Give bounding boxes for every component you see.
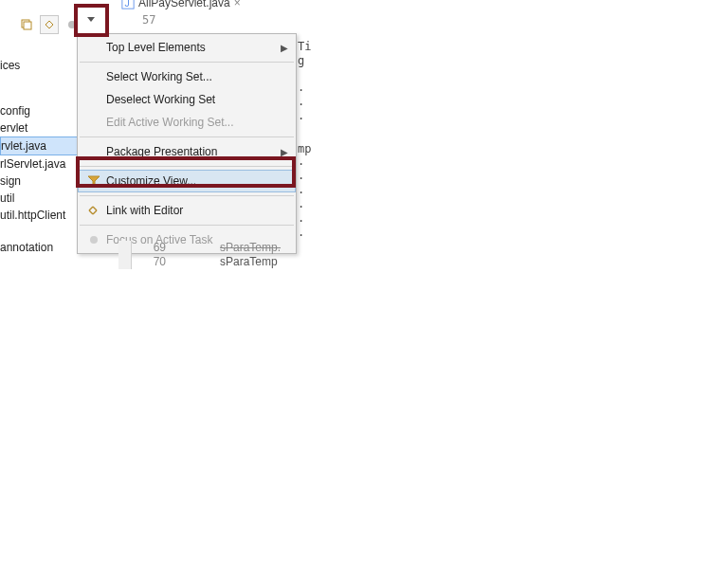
code-peek: g: [298, 54, 304, 67]
code-peek: .: [298, 169, 304, 182]
menu-deselect-working-set[interactable]: Deselect Working Set: [78, 88, 296, 111]
menu-item-label: Customize View...: [106, 174, 286, 188]
menu-separator: [80, 62, 294, 63]
chevron-right-icon: ▶: [281, 147, 288, 157]
view-menu-button[interactable]: [87, 17, 95, 22]
menu-item-label: Link with Editor: [106, 204, 286, 217]
menu-select-working-set[interactable]: Select Working Set...: [78, 65, 296, 88]
code-peek: .: [298, 183, 304, 196]
code-peek: .: [298, 226, 304, 239]
code-peek: mp: [298, 142, 311, 155]
code-peek: Ti: [298, 40, 311, 53]
svg-rect-3: [24, 22, 31, 29]
code-fragment: sParaTemp. sParaTemp: [220, 241, 281, 269]
menu-customize-view[interactable]: Customize View...: [78, 170, 296, 192]
svg-point-5: [90, 236, 98, 244]
view-toolbar: [17, 15, 82, 34]
editor-tab-label: AliPayServlet.java: [138, 0, 230, 9]
link-icon: [86, 203, 101, 218]
editor-tab[interactable]: J AliPayServlet.java ×: [116, 0, 246, 11]
svg-text:J: J: [125, 0, 130, 9]
menu-package-presentation[interactable]: Package Presentation ▶: [78, 140, 296, 163]
link-icon: [43, 18, 56, 31]
filter-icon: [86, 173, 101, 189]
collapse-all-button[interactable]: [17, 15, 36, 34]
editor-gutter: 69 70: [118, 241, 166, 269]
chevron-down-icon: [87, 17, 95, 22]
menu-separator: [80, 136, 294, 137]
java-file-icon: J: [121, 0, 135, 9]
close-icon[interactable]: ×: [234, 0, 241, 9]
view-dropdown-menu: Top Level Elements ▶ Select Working Set.…: [77, 33, 297, 254]
line-number: 69: [132, 241, 166, 255]
focus-icon: [65, 18, 79, 31]
menu-item-label: Package Presentation: [106, 145, 286, 158]
code-peek: .: [298, 109, 304, 122]
code-text: sParaTemp.: [220, 241, 281, 255]
focus-icon: [86, 232, 101, 247]
menu-separator: [80, 166, 294, 167]
focus-task-toolbar-button[interactable]: [63, 15, 82, 34]
code-peek: .: [298, 211, 304, 225]
code-peek: .: [298, 155, 304, 168]
chevron-right-icon: ▶: [281, 43, 288, 53]
menu-separator: [80, 195, 294, 196]
menu-separator: [80, 225, 294, 226]
menu-edit-working-set: Edit Active Working Set...: [78, 111, 296, 134]
menu-top-level-elements[interactable]: Top Level Elements ▶: [78, 36, 296, 59]
menu-link-with-editor[interactable]: Link with Editor: [78, 199, 296, 222]
menu-item-label: Select Working Set...: [106, 70, 286, 83]
svg-point-4: [68, 21, 76, 28]
menu-item-label: Edit Active Working Set...: [106, 116, 286, 129]
code-peek: .: [298, 81, 304, 94]
line-number: 70: [132, 255, 166, 269]
link-editor-toolbar-button[interactable]: [40, 15, 59, 34]
code-peek: .: [298, 95, 304, 108]
menu-item-label: Deselect Working Set: [106, 93, 286, 106]
collapse-icon: [20, 18, 33, 31]
visible-line-number: 57: [142, 13, 155, 27]
menu-item-label: Top Level Elements: [106, 41, 286, 54]
code-peek: .: [298, 197, 304, 210]
code-text: sParaTemp: [220, 255, 281, 269]
